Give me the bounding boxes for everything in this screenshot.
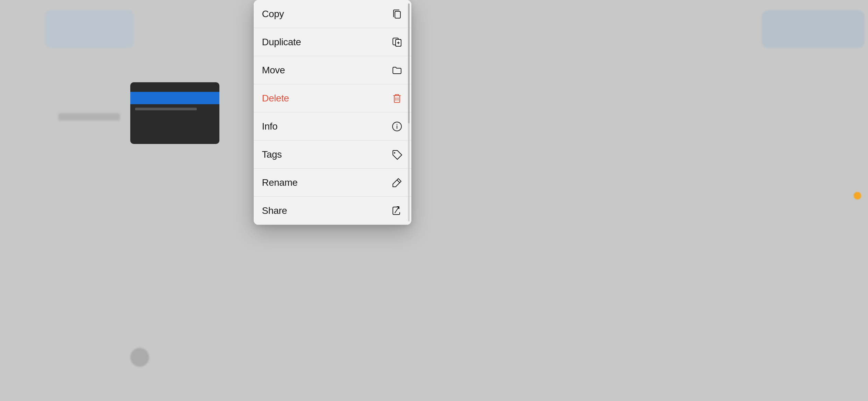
delete-label: Delete — [262, 93, 289, 104]
svg-rect-0 — [395, 11, 400, 18]
bg-label — [58, 113, 120, 121]
copy-label: Copy — [262, 9, 284, 20]
trash-icon — [391, 92, 403, 105]
svg-line-14 — [395, 207, 399, 213]
background — [0, 0, 868, 401]
svg-point-11 — [397, 124, 397, 124]
menu-item-rename[interactable]: Rename — [254, 169, 411, 197]
scrollbar-thumb — [408, 3, 410, 123]
share-label: Share — [262, 205, 287, 216]
menu-item-tags[interactable]: Tags — [254, 141, 411, 169]
tags-label: Tags — [262, 149, 282, 160]
bg-icon — [130, 348, 149, 367]
tags-icon — [391, 148, 403, 161]
svg-rect-6 — [394, 96, 400, 102]
context-menu: Copy Duplicate Move — [254, 0, 411, 225]
menu-item-info[interactable]: Info — [254, 112, 411, 141]
menu-item-duplicate[interactable]: Duplicate — [254, 28, 411, 56]
bg-card-topright — [762, 10, 865, 48]
menu-item-delete[interactable]: Delete — [254, 84, 411, 112]
svg-line-13 — [397, 180, 400, 183]
menu-item-share[interactable]: Share — [254, 197, 411, 225]
scrollbar-track[interactable] — [408, 3, 410, 221]
bg-orange-dot — [854, 192, 861, 199]
info-icon — [391, 120, 403, 133]
svg-point-12 — [394, 152, 395, 154]
bg-item-center — [130, 82, 219, 144]
duplicate-label: Duplicate — [262, 37, 301, 48]
folder-icon — [391, 64, 403, 76]
duplicate-icon — [391, 36, 403, 48]
share-icon — [391, 205, 403, 217]
rename-label: Rename — [262, 177, 298, 188]
bg-stripe — [130, 92, 219, 104]
bg-card-topleft — [45, 10, 134, 48]
menu-item-copy[interactable]: Copy — [254, 0, 411, 28]
info-label: Info — [262, 121, 278, 132]
copy-icon — [391, 8, 403, 20]
bg-stripe2 — [135, 108, 197, 110]
pencil-icon — [391, 177, 403, 189]
move-label: Move — [262, 65, 285, 76]
menu-item-move[interactable]: Move — [254, 56, 411, 84]
